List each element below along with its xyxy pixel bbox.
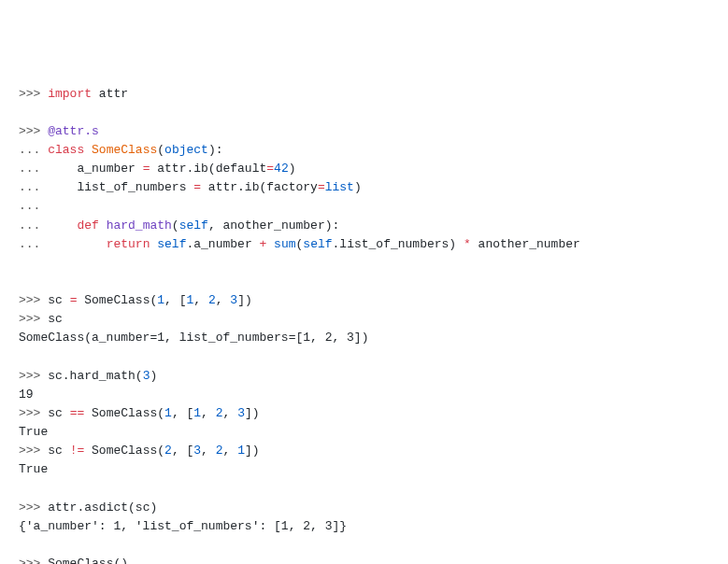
- code-token: ==: [70, 406, 85, 420]
- code-token: def: [77, 219, 98, 233]
- code-token: SomeClass(: [77, 293, 157, 307]
- code-token: sc: [48, 406, 69, 420]
- code-token: True: [19, 462, 48, 476]
- code-line: ... a_number = attr.ib(default=42): [19, 162, 296, 176]
- code-token: >>>: [19, 444, 48, 458]
- code-line: >>> sc != SomeClass(2, [3, 2, 1]): [19, 444, 260, 458]
- code-token: sc: [48, 293, 69, 307]
- code-token: attr.asdict(sc): [48, 501, 157, 515]
- code-line: >>> sc = SomeClass(1, [1, 2, 3]): [19, 293, 252, 307]
- code-token: True: [19, 425, 48, 439]
- code-token: ,: [193, 293, 208, 307]
- code-token: (: [172, 219, 179, 233]
- code-token: import: [48, 87, 92, 101]
- code-token: [99, 219, 107, 233]
- code-token: 2: [164, 444, 172, 458]
- code-token: =: [266, 162, 274, 176]
- code-token: >>>: [19, 557, 48, 564]
- code-token: SomeClass(: [84, 444, 164, 458]
- code-token: =: [193, 180, 201, 194]
- code-token: 3: [237, 406, 245, 420]
- code-token: *: [464, 237, 471, 251]
- code-token: , [: [172, 444, 193, 458]
- code-token: {'a_number': 1, 'list_of_numbers': [1, 2…: [19, 519, 347, 533]
- code-token: SomeClass: [92, 143, 157, 157]
- code-token: ]): [245, 406, 260, 420]
- code-token: ...: [19, 143, 48, 157]
- code-token: ): [150, 369, 157, 383]
- code-token: >>>: [19, 369, 48, 383]
- code-token: !=: [70, 444, 85, 458]
- code-token: ...: [19, 162, 77, 176]
- code-token: ]): [245, 444, 260, 458]
- code-token: ...: [19, 199, 40, 213]
- code-line: ... list_of_numbers = attr.ib(factory=li…: [19, 180, 362, 194]
- code-block: >>> import attr >>> @attr.s ... class So…: [19, 85, 709, 564]
- code-line: >>> attr.asdict(sc): [19, 501, 157, 515]
- code-token: sc: [48, 444, 69, 458]
- code-line: ...: [19, 199, 40, 213]
- code-line: ... class SomeClass(object):: [19, 143, 223, 157]
- code-token: , another_number):: [208, 219, 339, 233]
- code-token: ,: [223, 444, 238, 458]
- code-token: , [: [172, 406, 193, 420]
- code-token: 1: [193, 406, 201, 420]
- code-token: >>>: [19, 406, 48, 420]
- code-token: [266, 237, 274, 251]
- code-token: list: [325, 180, 354, 194]
- code-token: 3: [230, 293, 237, 307]
- code-token: ,: [201, 444, 216, 458]
- code-token: 3: [193, 444, 201, 458]
- code-token: ...: [19, 237, 107, 251]
- code-line: >>> import attr: [19, 87, 128, 101]
- code-token: >>>: [19, 501, 48, 515]
- code-token: 1: [237, 444, 245, 458]
- code-token: .list_of_numbers): [333, 237, 464, 251]
- code-line: True: [19, 425, 48, 439]
- code-line: SomeClass(a_number=1, list_of_numbers=[1…: [19, 331, 368, 345]
- code-token: , [: [164, 293, 186, 307]
- code-token: self: [157, 237, 186, 251]
- code-token: 1: [157, 293, 164, 307]
- code-token: self: [179, 219, 208, 233]
- code-line: 19: [19, 388, 34, 402]
- code-token: >>>: [19, 312, 48, 326]
- code-token: >>>: [19, 124, 48, 138]
- code-token: SomeClass(a_number=1, list_of_numbers=[1…: [19, 331, 368, 345]
- code-token: sc: [48, 312, 63, 326]
- code-line: >>> sc: [19, 312, 63, 326]
- code-token: attr.ib(factory: [201, 180, 318, 194]
- code-token: ]): [237, 293, 252, 307]
- code-line: ... return self.a_number + sum(self.list…: [19, 237, 580, 251]
- code-token: ): [354, 180, 362, 194]
- code-token: (: [157, 143, 164, 157]
- code-line: >>> @attr.s: [19, 124, 99, 138]
- code-token: ):: [208, 143, 223, 157]
- code-token: another_number: [471, 237, 580, 251]
- code-token: =: [318, 180, 325, 194]
- code-line: >>> sc.hard_math(3): [19, 369, 157, 383]
- code-token: 2: [216, 444, 223, 458]
- code-token: sum: [274, 237, 295, 251]
- code-token: SomeClass(: [84, 406, 164, 420]
- code-token: ...: [19, 180, 77, 194]
- code-token: return: [107, 237, 150, 251]
- code-token: hard_math: [107, 219, 172, 233]
- code-line: {'a_number': 1, 'list_of_numbers': [1, 2…: [19, 519, 347, 533]
- code-token: >>>: [19, 293, 48, 307]
- code-token: SomeClass(): [48, 557, 128, 564]
- code-token: >>>: [19, 87, 48, 101]
- code-token: 19: [19, 388, 34, 402]
- code-token: 42: [274, 162, 289, 176]
- code-token: ,: [223, 406, 238, 420]
- code-token: ): [289, 162, 296, 176]
- code-line: True: [19, 462, 48, 476]
- code-line: >>> SomeClass(): [19, 557, 128, 564]
- code-token: ,: [201, 406, 216, 420]
- code-token: ...: [19, 219, 77, 233]
- code-line: >>> sc == SomeClass(1, [1, 2, 3]): [19, 406, 260, 420]
- code-token: self: [303, 237, 332, 251]
- code-token: object: [164, 143, 208, 157]
- code-token: .a_number: [186, 237, 259, 251]
- code-token: class: [48, 143, 84, 157]
